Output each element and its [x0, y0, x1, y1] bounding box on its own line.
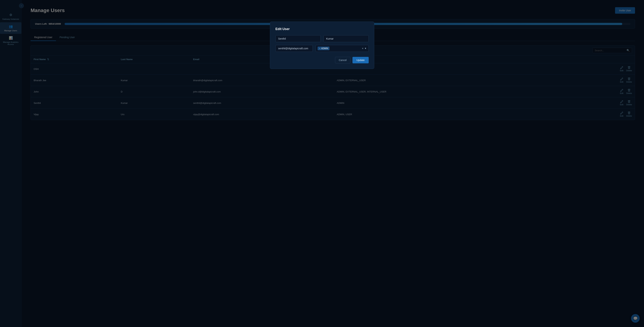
cancel-button[interactable]: Cancel [335, 57, 350, 63]
last-name-field[interactable] [324, 35, 369, 42]
modal-email-role-row: × ADMIN × ▼ [276, 45, 369, 52]
role-tag-label: ADMIN [321, 47, 328, 50]
first-name-field[interactable] [276, 35, 321, 42]
role-tag: × ADMIN [318, 47, 330, 50]
role-clear-button[interactable]: × [362, 47, 363, 50]
update-button[interactable]: Update [352, 57, 368, 63]
role-tag-remove[interactable]: × [319, 47, 320, 50]
modal-overlay: Edit User × ADMIN × ▼ Cancel Update [0, 0, 644, 327]
modal-title: Edit User [276, 27, 369, 31]
modal-name-row [276, 35, 369, 42]
role-dropdown-button[interactable]: ▼ [364, 47, 367, 50]
role-text-input[interactable] [330, 47, 361, 50]
email-field[interactable] [276, 45, 313, 52]
role-input-container[interactable]: × ADMIN × ▼ [316, 45, 368, 52]
edit-user-modal: Edit User × ADMIN × ▼ Cancel Update [270, 22, 374, 69]
modal-actions: Cancel Update [276, 57, 369, 63]
